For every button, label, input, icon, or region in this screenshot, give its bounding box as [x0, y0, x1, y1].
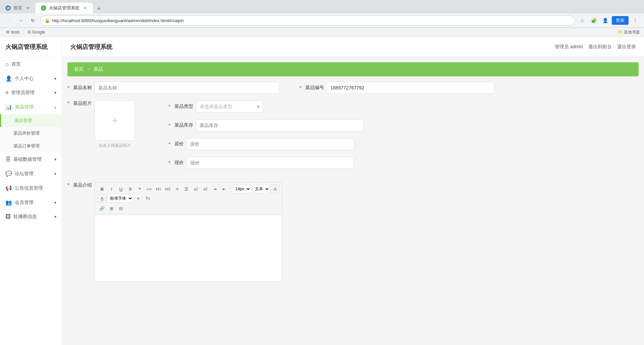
sidebar-item-profile[interactable]: 👤 个人中心 ▾	[0, 71, 62, 86]
sidebar-item-carousel[interactable]: 🖼 轮播图信息 ▾	[0, 210, 62, 224]
editor-body[interactable]	[95, 215, 282, 282]
orig-price-required-star: *	[168, 141, 170, 147]
editor-indent-btn[interactable]: ⇥	[210, 185, 219, 193]
admin-name: 管理员 admin	[555, 44, 583, 50]
sidebar-submenu-dish-review[interactable]: 菜品评价管理	[0, 127, 62, 140]
current-price-required-star: *	[168, 160, 170, 165]
editor-toolbar: B I U S ❝ <> H1 H2 ≡ ☰ x2 x2 ⇥	[95, 182, 282, 215]
editor-italic-btn[interactable]: I	[107, 185, 116, 193]
sidebar-carousel-label: 轮播图信息	[13, 214, 37, 220]
tab-system-favicon: ✓	[41, 5, 46, 11]
sidebar-dishes-label: 菜品管理	[15, 104, 34, 110]
type-select-wrapper: 请选择菜品类型	[196, 100, 263, 113]
dish-intro-label: 菜品介绍	[73, 182, 92, 188]
sidebar-item-dishes[interactable]: 📊 菜品管理 ▴	[0, 100, 62, 114]
extension-icon[interactable]: 🧩	[589, 16, 598, 25]
sidebar-submenu-dish-order[interactable]: 菜品订单管理	[0, 140, 62, 152]
image-upload-box[interactable]: +	[95, 100, 135, 141]
editor-outdent-btn[interactable]: ⇤	[220, 185, 228, 193]
forward-button[interactable]: →	[16, 16, 25, 25]
form-area: * 菜品名称 * 菜品编号 * 菜品照片 +	[62, 82, 644, 294]
bookmark-google-label: Google	[32, 30, 45, 34]
sidebar-item-forum[interactable]: 💬 论坛管理 ▾	[0, 166, 62, 181]
dishes-arrow-icon: ▴	[54, 105, 56, 110]
profile-menu-icon: 👤	[5, 75, 12, 82]
editor-image-btn[interactable]: ⊟	[116, 204, 125, 213]
form-group-intro: * 菜品介绍 B I U S ❝ <> H1 H2 ≡	[67, 182, 282, 282]
editor-quote-btn[interactable]: ❝	[135, 185, 144, 193]
google-icon: G	[28, 30, 31, 34]
bookmark-folder-icon: 📁	[618, 30, 623, 34]
bookmark-tools[interactable]: ⚙ tools	[4, 29, 21, 35]
editor-align-btn[interactable]: ≡	[134, 194, 143, 203]
tab-home[interactable]: 🏠 首页 ✕	[0, 3, 36, 13]
app-title: 火锅店管理系统	[70, 43, 112, 51]
breadcrumb-current: 菜品	[94, 66, 103, 72]
editor-underline-btn[interactable]: U	[116, 185, 125, 193]
dish-code-input[interactable]	[327, 82, 494, 94]
sidebar-item-home[interactable]: ⌂ 首页	[0, 57, 62, 71]
editor-code-btn[interactable]: <>	[145, 185, 153, 193]
editor-font-color-btn[interactable]: A	[271, 185, 279, 193]
form-row-name-code: * 菜品名称 * 菜品编号	[67, 82, 639, 94]
new-tab-button[interactable]: +	[94, 4, 104, 13]
editor-h2-btn[interactable]: H2	[163, 185, 172, 193]
editor-font-bg-btn[interactable]: A̲	[98, 194, 106, 203]
sidebar-notice-label: 公告信息管理	[15, 185, 43, 191]
photo-upload-area: + 点击上传菜品照片	[95, 100, 135, 148]
sidebar-item-notice[interactable]: 📢 公告信息管理	[0, 181, 62, 195]
editor-text-type-select[interactable]: 文本	[252, 185, 270, 193]
editor-clear-format-btn[interactable]: Tx	[143, 194, 152, 203]
sidebar-submenu-dishes: 菜品管理 菜品评价管理 菜品订单管理	[0, 114, 62, 152]
editor-link-btn[interactable]: 🔗	[98, 204, 106, 213]
editor-font-size-select[interactable]: 14px	[232, 185, 251, 193]
dish-name-input[interactable]	[95, 82, 279, 94]
toolbar-icons: ☆ 🧩 👤 更新 ⋮	[578, 16, 640, 25]
refresh-button[interactable]: ↻	[28, 16, 38, 25]
dish-stock-input[interactable]	[196, 119, 364, 131]
back-to-frontend[interactable]: 退出到前台	[588, 44, 612, 50]
form-row-intro: * 菜品介绍 B I U S ❝ <> H1 H2 ≡	[67, 182, 639, 282]
carousel-arrow-icon: ▾	[54, 214, 56, 219]
breadcrumb: 首页 → 菜品	[67, 62, 639, 76]
form-group-orig-price: * 原价	[168, 138, 363, 150]
bookmark-google[interactable]: G Google	[25, 29, 47, 35]
sidebar-item-admin[interactable]: ≡ 管理员管理 ▾	[0, 86, 62, 100]
tab-system-close[interactable]: ✕	[82, 5, 88, 11]
back-button[interactable]: ←	[4, 16, 13, 25]
breadcrumb-home[interactable]: 首页	[74, 66, 84, 72]
bookmark-tools-label: tools	[11, 30, 19, 34]
profile-icon[interactable]: 👤	[600, 16, 610, 25]
bookmark-star-icon[interactable]: ☆	[578, 16, 587, 25]
dish-photo-label: 菜品照片	[73, 100, 92, 107]
editor-unordered-list-btn[interactable]: ☰	[182, 185, 191, 193]
logout-button[interactable]: 退出登录	[617, 44, 636, 50]
tab-home-close[interactable]: ✕	[25, 5, 30, 11]
editor-table-btn[interactable]: ⊞	[107, 204, 116, 213]
members-arrow-icon: ▾	[54, 200, 56, 205]
dish-current-price-input[interactable]	[186, 157, 354, 169]
dish-orig-price-input[interactable]	[186, 138, 354, 150]
address-bar[interactable]: 🔒 http://localhost:8080/huoguodianguanli…	[40, 15, 575, 25]
editor-bold-btn[interactable]: B	[98, 185, 106, 193]
address-text: http://localhost:8080/huoguodianguanli/a…	[52, 18, 184, 23]
menu-icon[interactable]: ⋮	[631, 16, 640, 25]
editor-subscript-btn[interactable]: x2	[192, 185, 200, 193]
editor-h1-btn[interactable]: H1	[154, 185, 163, 193]
editor-strike-btn[interactable]: S	[126, 185, 135, 193]
form-group-stock: * 菜品库存	[168, 119, 363, 131]
sidebar-item-basic[interactable]: 🗄 基础数据管理 ▾	[0, 152, 62, 166]
dish-type-select[interactable]: 请选择菜品类型	[196, 100, 263, 113]
sidebar-submenu-dish-manage[interactable]: 菜品管理	[0, 114, 62, 127]
editor-font-family-select[interactable]: 标准字体	[107, 194, 133, 203]
update-button[interactable]: 更新	[612, 16, 629, 25]
tab-system[interactable]: ✓ 火锅店管理系统 ✕	[36, 3, 93, 13]
editor-ordered-list-btn[interactable]: ≡	[173, 185, 181, 193]
members-menu-icon: 👥	[5, 199, 12, 206]
tab-system-label: 火锅店管理系统	[49, 5, 79, 11]
sidebar-forum-label: 论坛管理	[15, 171, 34, 177]
other-bookmarks[interactable]: 📁 其他书签	[618, 29, 640, 35]
editor-superscript-btn[interactable]: x2	[201, 185, 210, 193]
dish-current-price-label: 现价	[174, 160, 184, 166]
sidebar-item-members[interactable]: 👥 会员管理 ▾	[0, 195, 62, 210]
